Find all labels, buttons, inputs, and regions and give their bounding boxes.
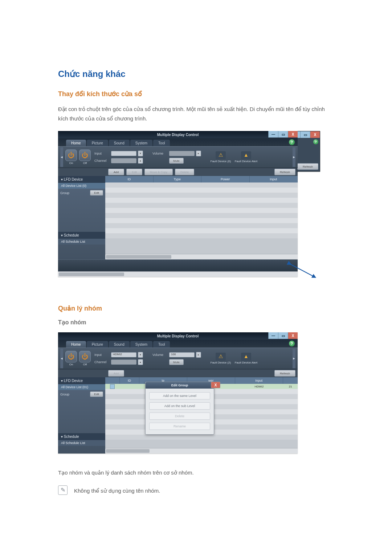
table-row[interactable] — [105, 223, 298, 228]
refresh-button[interactable]: Refresh — [297, 163, 318, 170]
toolbar-scroll-left-icon[interactable]: ◄ — [60, 349, 63, 368]
table-row[interactable] — [105, 198, 298, 203]
win-maximize-icon[interactable]: ▭ — [278, 131, 288, 138]
win-minimize-icon[interactable]: — — [268, 131, 278, 138]
power-off-button[interactable]: ⏻ — [79, 149, 91, 161]
tab-sound[interactable]: Sound — [109, 341, 130, 348]
volume-stepper-icon[interactable]: ▸ — [196, 352, 201, 358]
channel-field[interactable] — [111, 158, 136, 163]
toolbar-scroll-right-icon[interactable]: ► — [293, 147, 295, 167]
side-lfd-header[interactable]: ▾ LFD Device — [58, 176, 105, 183]
help-icon[interactable]: ? — [289, 341, 295, 346]
tab-picture[interactable]: Picture — [87, 341, 108, 348]
side-all-schedule[interactable]: All Schedule List — [58, 440, 105, 446]
note-text: Không thể sử dụng cùng tên nhóm. — [74, 486, 160, 496]
tab-home[interactable]: Home — [66, 140, 86, 146]
add-button[interactable]: Add — [108, 169, 124, 175]
col-power[interactable]: Power — [201, 176, 250, 182]
win-maximize-icon[interactable]: ▭ — [300, 131, 310, 138]
help-icon[interactable]: ? — [313, 139, 318, 144]
power-off-button[interactable]: ⏻ — [79, 351, 91, 362]
fault-device-count: Fault Device (0) — [211, 160, 231, 163]
volume-field[interactable] — [169, 151, 195, 156]
input-select[interactable] — [111, 151, 136, 156]
menu-tabs: ? Home Picture Sound System Tool — [58, 340, 298, 348]
win-close-icon[interactable]: X — [288, 131, 298, 138]
table-row[interactable] — [105, 228, 298, 233]
table-row[interactable] — [105, 188, 298, 193]
note-row: ✎ Không thể sử dụng cùng tên nhóm. — [58, 485, 334, 496]
heading-group-mgmt: Quản lý nhóm — [58, 304, 334, 312]
refresh-button[interactable]: Refresh — [274, 169, 295, 175]
tab-system[interactable]: System — [130, 341, 152, 348]
win-minimize-icon[interactable]: — — [268, 332, 278, 339]
refresh-button[interactable]: Refresh — [274, 370, 295, 377]
table-row[interactable] — [105, 435, 298, 440]
side-group-row: Group Edit — [58, 390, 105, 398]
volume-field[interactable]: 100 — [169, 352, 195, 357]
side-lfd-header[interactable]: ▾ LFD Device — [58, 377, 105, 384]
dialog-delete-button[interactable]: Delete — [149, 413, 210, 420]
delete-button[interactable]: Delete — [175, 169, 194, 175]
add-sub-level-button[interactable]: Add on the sub Level — [149, 402, 210, 410]
add-button[interactable]: Add — [108, 370, 124, 377]
win-close-icon[interactable]: X — [288, 332, 298, 339]
table-row[interactable] — [105, 193, 298, 198]
tab-tool[interactable]: Tool — [153, 341, 170, 348]
col-id[interactable]: ID — [105, 176, 154, 182]
mute-button[interactable]: Mute — [169, 359, 184, 365]
col-type[interactable]: Type — [154, 176, 202, 182]
move-copy-button[interactable]: Move & Copy — [144, 169, 173, 175]
col-input[interactable]: Input — [235, 377, 283, 384]
win-maximize-icon[interactable]: ▭ — [278, 332, 288, 339]
col-id[interactable]: ID — [120, 377, 139, 384]
win-close-icon[interactable]: X — [310, 131, 320, 138]
side-all-devices[interactable]: All Device List (01) — [58, 384, 105, 390]
col-input[interactable]: Input — [250, 176, 298, 182]
horizontal-scrollbar[interactable] — [58, 271, 298, 277]
add-same-level-button[interactable]: Add on the same Level — [149, 392, 210, 399]
dialog-close-button[interactable]: X — [211, 382, 220, 388]
horizontal-scrollbar[interactable] — [105, 254, 298, 259]
input-select[interactable]: HDMI2 — [111, 352, 136, 357]
power-on-button[interactable]: ⏻ — [65, 149, 77, 161]
tab-picture[interactable]: Picture — [87, 140, 108, 146]
table-row[interactable] — [105, 218, 298, 223]
side-all-schedule[interactable]: All Schedule List — [58, 239, 105, 245]
input-dropdown-icon[interactable]: ▾ — [138, 352, 143, 358]
tab-tool[interactable]: Tool — [153, 140, 170, 146]
toolbar-scroll-left-icon[interactable]: ◄ — [60, 147, 63, 167]
horizontal-scrollbar[interactable] — [105, 448, 298, 454]
mute-button[interactable]: Mute — [169, 158, 184, 164]
help-icon[interactable]: ? — [289, 139, 295, 145]
input-dropdown-icon[interactable]: ▾ — [138, 151, 143, 156]
group-edit-button[interactable]: Edit — [90, 190, 103, 196]
fault-alert-icon[interactable]: ▲ — [241, 151, 251, 159]
table-row[interactable] — [105, 233, 298, 238]
tab-sound[interactable]: Sound — [109, 140, 130, 146]
edit-button[interactable]: Edit — [126, 169, 142, 175]
row-checkbox[interactable] — [110, 384, 115, 389]
channel-stepper-icon[interactable]: ▴ — [138, 359, 143, 365]
channel-field[interactable] — [111, 360, 136, 365]
side-all-devices[interactable]: All Device List (0) — [58, 183, 105, 189]
side-schedule-header[interactable]: ▾ Schedule — [58, 232, 105, 239]
table-row[interactable] — [105, 213, 298, 218]
side-schedule-header[interactable]: ▾ Schedule — [58, 433, 105, 440]
power-off-label: Off — [83, 161, 87, 165]
channel-stepper-icon[interactable]: ▴ — [138, 158, 143, 164]
fault-alert-icon[interactable]: ▲ — [241, 353, 251, 361]
table-row[interactable] — [105, 208, 298, 213]
fault-device-icon[interactable]: ⚠ — [216, 353, 226, 361]
table-row[interactable] — [105, 203, 298, 208]
table-row[interactable] — [105, 182, 298, 188]
volume-stepper-icon[interactable]: ▸ — [196, 151, 201, 156]
power-on-button[interactable]: ⏻ — [65, 351, 77, 362]
side-group-label: Group — [60, 191, 69, 195]
group-edit-button[interactable]: Edit — [90, 391, 103, 397]
tab-home[interactable]: Home — [66, 341, 86, 348]
tab-system[interactable]: System — [130, 140, 152, 146]
dialog-rename-button[interactable]: Rename — [149, 423, 210, 430]
fault-device-icon[interactable]: ⚠ — [216, 151, 226, 159]
toolbar-scroll-right-icon[interactable]: ► — [293, 349, 295, 368]
